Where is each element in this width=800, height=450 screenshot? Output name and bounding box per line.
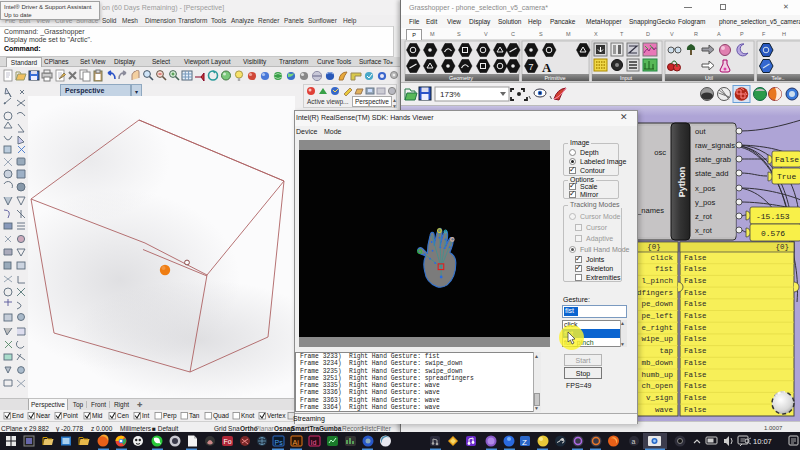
svg-text:Python: Python [677,167,687,198]
svg-text:Input: Input [620,75,633,81]
svg-text:False: False [684,277,707,285]
svg-text:0.576: 0.576 [761,229,785,238]
svg-text:a: a [632,438,636,445]
svg-text:mb_down: mb_down [641,359,673,367]
svg-text:ch_open: ch_open [641,382,673,390]
svg-text:pe_down: pe_down [641,300,673,308]
svg-text:x_pos: x_pos [695,184,715,193]
svg-text:wipe_up: wipe_up [641,335,673,343]
svg-text:Fo: Fo [224,438,232,445]
svg-text:False: False [684,312,707,320]
svg-text:Geometry: Geometry [449,75,473,81]
svg-text:False: False [684,300,707,308]
svg-text:y_pos: y_pos [695,198,715,207]
svg-text:click: click [650,254,673,262]
svg-text:{0}: {0} [647,243,661,251]
svg-text:False: False [684,371,707,379]
svg-text:173%: 173% [440,90,460,99]
svg-text:wave: wave [655,406,673,414]
svg-text:tap: tap [659,347,673,355]
svg-text:state_add: state_add [695,169,728,178]
svg-text:l_pinch: l_pinch [641,277,673,285]
svg-text:Id: Id [311,439,317,446]
svg-text:dfingers: dfingers [637,289,673,297]
svg-text:fist: fist [655,265,673,273]
svg-text:Tele..: Tele.. [771,75,785,81]
svg-text:Ai: Ai [293,439,300,446]
svg-text:osc: osc [654,148,666,157]
svg-text:False: False [684,394,707,402]
svg-text:Ps: Ps [275,439,284,446]
svg-text:x_rot: x_rot [695,226,713,235]
svg-text:False: False [684,254,707,262]
svg-text:pe_left: pe_left [641,312,673,320]
svg-text:A: A [542,60,552,75]
svg-text:False: False [684,347,707,355]
svg-text:e_right: e_right [641,324,673,332]
svg-text:state_grab: state_grab [695,155,731,164]
svg-text:-15.153: -15.153 [756,212,790,221]
svg-text:z_rot: z_rot [695,212,713,221]
svg-text:out: out [695,127,706,136]
svg-text:False: False [684,359,707,367]
svg-text:raw_signals: raw_signals [695,141,735,150]
svg-text:False: False [684,289,707,297]
svg-text:{0}: {0} [775,243,789,251]
svg-text:False: False [684,265,707,273]
svg-text:True: True [777,172,796,181]
svg-text:Primitive: Primitive [544,75,565,81]
svg-text:10:07: 10:07 [753,437,772,446]
svg-text:7: 7 [529,62,534,72]
svg-text:Util: Util [705,75,713,81]
svg-text:humb_up: humb_up [641,371,673,379]
svg-text:False: False [775,155,799,164]
svg-text:v_sign: v_sign [646,394,673,402]
svg-text:False: False [684,406,707,414]
svg-text:False: False [684,382,707,390]
svg-text:Z: Z [522,438,527,447]
svg-text:False: False [684,335,707,343]
svg-text:False: False [684,324,707,332]
